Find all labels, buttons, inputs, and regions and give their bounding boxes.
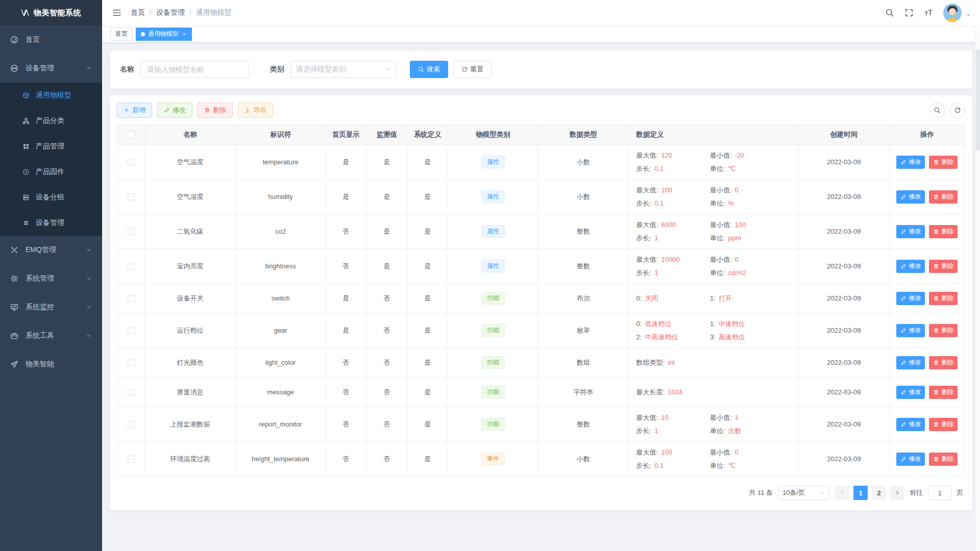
cell-name: 空气湿度 bbox=[145, 180, 236, 214]
sidebar-item-device-management[interactable]: 设备管理 bbox=[0, 54, 102, 83]
row-delete-button[interactable]: 删除 bbox=[929, 324, 958, 337]
sidebar-item-emq-management[interactable]: EMQ管理 bbox=[0, 236, 102, 264]
view-tag-1[interactable]: 首页 bbox=[110, 28, 133, 41]
row-checkbox[interactable] bbox=[128, 159, 135, 166]
table-header-row: 名称标识符首页显示监测值系统定义物模型类别数据类型数据定义创建时间操作 bbox=[117, 124, 965, 145]
prev-page-button[interactable] bbox=[835, 486, 849, 500]
row-checkbox[interactable] bbox=[128, 327, 135, 334]
cell-category: 功能 bbox=[448, 284, 538, 313]
row-checkbox[interactable] bbox=[128, 421, 135, 428]
row-edit-button[interactable]: 修改 bbox=[896, 418, 925, 431]
font-size-icon[interactable] bbox=[924, 8, 933, 17]
sidebar-item-label: 产品分类 bbox=[36, 116, 64, 126]
chevron-left-icon bbox=[839, 490, 845, 496]
data-def-label: 1: bbox=[710, 320, 716, 328]
row-delete-button[interactable]: 删除 bbox=[929, 260, 958, 273]
row-checkbox[interactable] bbox=[128, 456, 135, 463]
cell-home-display: 是 bbox=[326, 145, 366, 180]
row-checkbox[interactable] bbox=[128, 359, 135, 366]
edit-icon bbox=[164, 107, 170, 113]
row-edit-button[interactable]: 修改 bbox=[896, 190, 925, 204]
row-checkbox[interactable] bbox=[128, 228, 135, 235]
data-def-label: 最大值: bbox=[636, 256, 658, 263]
data-def-value: 0.1 bbox=[654, 199, 664, 207]
sidebar-item-device-group[interactable]: 设备分组 bbox=[0, 185, 102, 210]
name-filter-input[interactable] bbox=[140, 61, 249, 78]
page-button-1[interactable]: 1 bbox=[853, 486, 868, 500]
add-button[interactable]: 新增 bbox=[117, 103, 152, 118]
cell-system-defined: 是 bbox=[407, 378, 448, 407]
refresh-table-button[interactable] bbox=[950, 103, 965, 118]
row-edit-button[interactable]: 修改 bbox=[896, 225, 925, 238]
breadcrumb-item-home[interactable]: 首页 bbox=[131, 8, 145, 17]
data-def-item: 最大值:100 bbox=[636, 185, 710, 195]
category-filter-select[interactable]: 请选择模型类别 bbox=[290, 61, 397, 78]
sidebar-item-product-firmware[interactable]: 产品固件 bbox=[0, 159, 102, 185]
data-def-item: 1:打开 bbox=[710, 293, 793, 304]
cell-name: 环境温度过高 bbox=[145, 442, 236, 477]
row-checkbox[interactable] bbox=[128, 295, 135, 302]
page-size-select[interactable]: 10条/页 bbox=[778, 486, 830, 500]
sidebar-item-product-management[interactable]: 产品管理 bbox=[0, 134, 102, 159]
cell-name: 空气温度 bbox=[145, 145, 236, 180]
sidebar-item-thing-model[interactable]: 通用物模型 bbox=[0, 83, 102, 108]
row-edit-button[interactable]: 修改 bbox=[896, 386, 925, 399]
close-icon[interactable] bbox=[182, 32, 187, 37]
goto-page-input[interactable] bbox=[928, 486, 951, 500]
row-edit-button[interactable]: 修改 bbox=[896, 324, 925, 337]
scrollbar-thumb[interactable] bbox=[976, 49, 980, 151]
row-delete-button[interactable]: 删除 bbox=[929, 418, 958, 431]
view-tag-2[interactable]: 通用物模型 bbox=[136, 28, 192, 41]
app-logo[interactable]: 物美智能系统 bbox=[0, 0, 102, 26]
reset-button[interactable]: 重置 bbox=[453, 61, 492, 78]
edit-button[interactable]: 修改 bbox=[157, 103, 192, 118]
sidebar-item-product-category[interactable]: 产品分类 bbox=[0, 108, 102, 134]
sidebar-toggle-icon[interactable] bbox=[106, 8, 128, 17]
data-def-value: 1024 bbox=[668, 388, 682, 396]
delete-button[interactable]: 删除 bbox=[198, 103, 233, 118]
page-size-value: 10条/页 bbox=[782, 488, 805, 497]
row-edit-button[interactable]: 修改 bbox=[896, 260, 925, 273]
row-edit-button[interactable]: 修改 bbox=[896, 356, 925, 369]
cell-monitor-value: 是 bbox=[366, 214, 407, 249]
row-delete-button[interactable]: 删除 bbox=[929, 190, 958, 204]
row-checkbox[interactable] bbox=[128, 389, 135, 396]
row-delete-button[interactable]: 删除 bbox=[929, 292, 958, 305]
cell-data-def: 最大值:100最小值:0步长:0.1单位:℃ bbox=[629, 442, 798, 477]
sidebar-nav: 首页设备管理通用物模型产品分类产品管理产品固件设备分组设备管理EMQ管理系统管理… bbox=[0, 26, 102, 379]
data-def-item: 步长:1 bbox=[636, 233, 710, 243]
toggle-search-button[interactable] bbox=[929, 103, 945, 118]
caret-down-icon[interactable] bbox=[966, 13, 971, 18]
category-tag: 功能 bbox=[481, 418, 505, 431]
row-delete-button[interactable]: 删除 bbox=[929, 156, 958, 169]
row-delete-button[interactable]: 删除 bbox=[929, 453, 958, 466]
breadcrumb-item-device-management[interactable]: 设备管理 bbox=[156, 8, 185, 17]
row-edit-button[interactable]: 修改 bbox=[896, 292, 925, 305]
avatar[interactable] bbox=[943, 4, 962, 22]
row-delete-button[interactable]: 删除 bbox=[929, 225, 958, 238]
scrollbar-track[interactable] bbox=[975, 26, 980, 551]
sidebar-item-device-list[interactable]: 设备管理 bbox=[0, 210, 102, 236]
sidebar-item-wumei-smart[interactable]: 物美智能 bbox=[0, 350, 102, 379]
row-delete-button[interactable]: 删除 bbox=[929, 356, 958, 369]
row-checkbox[interactable] bbox=[128, 193, 135, 201]
sidebar-item-home[interactable]: 首页 bbox=[0, 26, 102, 54]
sidebar-item-system-management[interactable]: 系统管理 bbox=[0, 264, 102, 293]
sidebar-item-system-tools[interactable]: 系统工具 bbox=[0, 321, 102, 350]
cell-category: 属性 bbox=[448, 145, 538, 180]
trash-icon bbox=[933, 194, 939, 200]
next-page-button[interactable] bbox=[890, 486, 904, 500]
row-edit-button[interactable]: 修改 bbox=[896, 453, 925, 466]
row-delete-button[interactable]: 删除 bbox=[929, 386, 958, 399]
select-all-checkbox[interactable] bbox=[128, 131, 135, 138]
export-button[interactable]: 导出 bbox=[238, 103, 273, 118]
page-button-2[interactable]: 2 bbox=[872, 486, 886, 500]
fullscreen-icon[interactable] bbox=[904, 8, 914, 17]
sidebar-item-system-monitor[interactable]: 系统监控 bbox=[0, 293, 102, 321]
search-icon[interactable] bbox=[885, 8, 894, 17]
search-button[interactable]: 搜索 bbox=[410, 61, 448, 78]
cell-create-time: 2022-03-09 bbox=[798, 313, 889, 348]
cell-data-type: 整数 bbox=[538, 407, 629, 442]
row-edit-button[interactable]: 修改 bbox=[896, 156, 925, 169]
row-checkbox[interactable] bbox=[128, 263, 135, 270]
